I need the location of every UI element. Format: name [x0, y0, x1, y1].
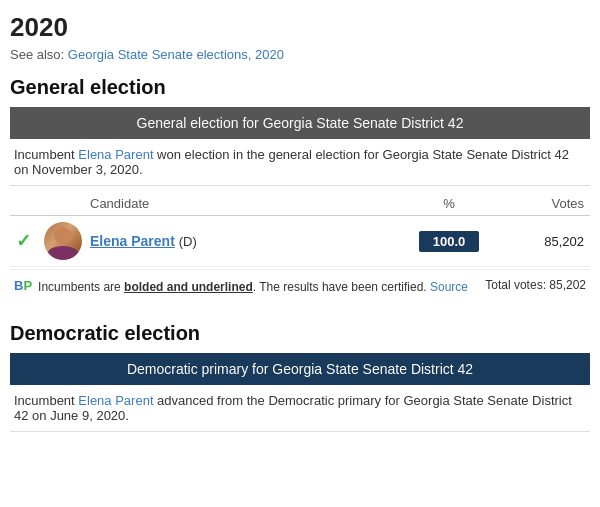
democratic-incumbent-name[interactable]: Elena Parent	[78, 393, 153, 408]
table-header-row: Candidate % Votes	[10, 192, 590, 216]
winner-check: ✓	[16, 230, 44, 252]
party-label: (D)	[179, 234, 197, 249]
candidate-avatar-col	[44, 222, 90, 260]
col-votes-header: Votes	[504, 196, 584, 211]
see-also-link[interactable]: Georgia State Senate elections, 2020	[68, 47, 284, 62]
democratic-election-header: Democratic primary for Georgia State Sen…	[10, 353, 590, 385]
year-title: 2020	[10, 12, 590, 43]
source-link[interactable]: Source	[430, 280, 468, 294]
total-votes: Total votes: 85,202	[485, 278, 586, 292]
see-also: See also: Georgia State Senate elections…	[10, 47, 590, 62]
general-incumbent-text: Incumbent Elena Parent won election in t…	[10, 139, 590, 186]
democratic-incumbent-prefix: Incumbent	[14, 393, 78, 408]
percent-col: 100.0	[394, 231, 504, 252]
col-percent-header: %	[394, 196, 504, 211]
democratic-incumbent-text: Incumbent Elena Parent advanced from the…	[10, 385, 590, 432]
general-incumbent-prefix: Incumbent	[14, 147, 78, 162]
page-container: 2020 See also: Georgia State Senate elec…	[0, 0, 600, 450]
general-incumbent-name[interactable]: Elena Parent	[78, 147, 153, 162]
democratic-section: Democratic election	[10, 322, 590, 345]
votes-col: 85,202	[504, 234, 584, 249]
table-row: ✓ Elena Parent (D) 100.0 85,202	[10, 216, 590, 267]
percent-bar: 100.0	[419, 231, 479, 252]
general-election-title: General election	[10, 76, 590, 99]
footnote-text: Incumbents are bolded and underlined. Th…	[38, 278, 475, 296]
general-table: Candidate % Votes ✓ Elena Parent (D) 100…	[10, 192, 590, 304]
bp-p: P	[23, 278, 32, 293]
candidate-name-col: Elena Parent (D)	[90, 233, 394, 249]
general-election-header: General election for Georgia State Senat…	[10, 107, 590, 139]
avatar	[44, 222, 82, 260]
footnote-row: BP Incumbents are bolded and underlined.…	[10, 269, 590, 304]
see-also-prefix: See also:	[10, 47, 68, 62]
bp-b: B	[14, 278, 23, 293]
col-candidate-header: Candidate	[90, 196, 394, 211]
checkmark-icon: ✓	[16, 231, 31, 251]
bold-underline: bolded and underlined	[124, 280, 253, 294]
bp-badge: BP	[14, 278, 32, 293]
candidate-name-link[interactable]: Elena Parent	[90, 233, 175, 249]
democratic-election-title: Democratic election	[10, 322, 590, 345]
